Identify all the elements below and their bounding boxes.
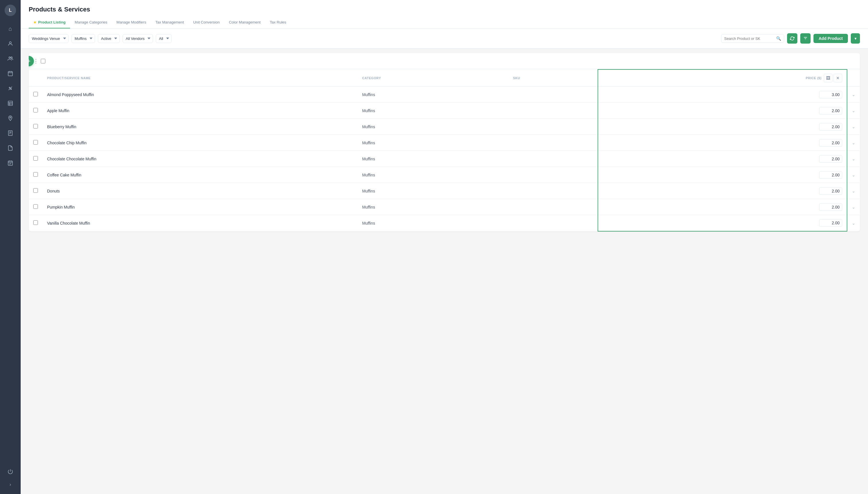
venue-filter[interactable]: Weddings Venue (29, 34, 69, 43)
sidebar-item-users[interactable] (3, 37, 17, 51)
price-input[interactable] (819, 203, 842, 211)
row-product-name: Vanilla Chocolate Muffin (42, 215, 358, 231)
row-chevron-icon[interactable]: ⌄ (852, 221, 855, 226)
row-product-name: Chocolate Chip Muffin (42, 135, 358, 151)
row-expand[interactable]: ⌄ (847, 87, 860, 103)
row-category: Muffins (358, 87, 509, 103)
row-checkbox[interactable] (33, 108, 38, 112)
tab-tax-management[interactable]: Tax Management (151, 18, 189, 28)
filter-button[interactable] (800, 33, 811, 44)
row-category: Muffins (358, 119, 509, 135)
category-filter[interactable]: Muffins (72, 34, 95, 43)
table-row: Pumpkin Muffin Muffins ⌄ (29, 199, 860, 215)
table-body: Almond Poppyseed Muffin Muffins ⌄ Apple … (29, 87, 860, 231)
price-input[interactable] (819, 91, 842, 98)
sidebar-item-schedule[interactable] (3, 156, 17, 170)
tab-manage-categories[interactable]: Manage Categories (70, 18, 112, 28)
sidebar-item-calendar[interactable] (3, 66, 17, 80)
row-category: Muffins (358, 103, 509, 119)
row-chevron-icon[interactable]: ⌄ (852, 125, 855, 129)
row-chevron-icon[interactable]: ⌄ (852, 109, 855, 113)
row-product-name: Pumpkin Muffin (42, 199, 358, 215)
row-chevron-icon[interactable]: ⌄ (852, 173, 855, 177)
row-expand[interactable]: ⌄ (847, 199, 860, 215)
tab-color-management[interactable]: Color Management (224, 18, 265, 28)
row-price (598, 87, 847, 103)
table-row: Blueberry Muffin Muffins ⌄ (29, 119, 860, 135)
row-sku (509, 167, 598, 183)
price-image-button[interactable]: 🖼 (824, 74, 832, 82)
status-filter[interactable]: Active (98, 34, 120, 43)
price-input[interactable] (819, 107, 842, 114)
sidebar-item-location[interactable] (3, 111, 17, 125)
row-checkbox[interactable] (33, 220, 38, 225)
filters-bar: Weddings Venue Muffins Active All Vendor… (21, 29, 868, 49)
row-checkbox[interactable] (33, 140, 38, 145)
refresh-button[interactable] (787, 33, 797, 44)
row-expand[interactable]: ⌄ (847, 183, 860, 199)
row-checkbox[interactable] (33, 172, 38, 177)
sidebar-expand-icon[interactable]: › (7, 480, 13, 489)
row-expand[interactable]: ⌄ (847, 119, 860, 135)
sidebar-item-reports[interactable] (3, 96, 17, 110)
row-price (598, 215, 847, 231)
row-chevron-icon[interactable]: ⌄ (852, 92, 855, 97)
select-all-checkbox[interactable] (41, 59, 45, 63)
row-price (598, 103, 847, 119)
price-input[interactable] (819, 171, 842, 179)
table-row: Donuts Muffins ⌄ (29, 183, 860, 199)
row-expand[interactable]: ⌄ (847, 167, 860, 183)
table-row: Apple Muffin Muffins ⌄ (29, 103, 860, 119)
tab-tax-rules[interactable]: Tax Rules (265, 18, 291, 28)
sidebar-item-home[interactable]: ⌂ (3, 22, 17, 36)
vendor-filter[interactable]: All Vendors (123, 34, 153, 43)
row-checkbox[interactable] (33, 204, 38, 209)
row-chevron-icon[interactable]: ⌄ (852, 140, 855, 145)
row-sku (509, 151, 598, 167)
row-checkbox[interactable] (33, 188, 38, 193)
row-expand[interactable]: ⌄ (847, 215, 860, 231)
row-sku (509, 183, 598, 199)
row-sku (509, 103, 598, 119)
row-expand[interactable]: ⌄ (847, 135, 860, 151)
header-sku: SKU (509, 70, 598, 87)
tab-unit-conversion[interactable]: Unit Conversion (189, 18, 224, 28)
row-checkbox[interactable] (33, 92, 38, 96)
row-chevron-icon[interactable]: ⌄ (852, 157, 855, 161)
sidebar-item-discount[interactable] (3, 81, 17, 95)
add-product-dropdown-button[interactable]: ▾ (851, 33, 860, 44)
table-row: Coffee Cake Muffin Muffins ⌄ (29, 167, 860, 183)
svg-point-0 (10, 42, 12, 44)
row-checkbox[interactable] (33, 124, 38, 129)
row-sku (509, 119, 598, 135)
sidebar-item-invoice[interactable] (3, 126, 17, 140)
row-expand[interactable]: ⌄ (847, 103, 860, 119)
tab-manage-modifiers[interactable]: Manage Modifiers (112, 18, 151, 28)
type-filter[interactable]: All (156, 34, 172, 43)
row-chevron-icon[interactable]: ⌄ (852, 205, 855, 209)
price-input[interactable] (819, 219, 842, 227)
row-chevron-icon[interactable]: ⌄ (852, 189, 855, 193)
price-close-button[interactable]: ✕ (834, 74, 842, 82)
sidebar-item-team[interactable] (3, 52, 17, 65)
price-input[interactable] (819, 139, 842, 147)
row-expand[interactable]: ⌄ (847, 151, 860, 167)
row-checkbox-cell (29, 199, 42, 215)
price-input[interactable] (819, 155, 842, 163)
sidebar-item-document[interactable] (3, 141, 17, 155)
price-input[interactable] (819, 123, 842, 131)
price-input[interactable] (819, 187, 842, 195)
float-add-button[interactable]: + (29, 56, 34, 66)
dots-menu[interactable]: ⋮ (33, 58, 38, 64)
user-avatar[interactable]: L (5, 5, 16, 16)
add-product-button[interactable]: Add Product (813, 34, 848, 43)
row-category: Muffins (358, 199, 509, 215)
search-input[interactable] (724, 36, 774, 41)
svg-point-1 (9, 57, 10, 58)
sidebar-item-power[interactable] (3, 465, 17, 478)
row-checkbox[interactable] (33, 156, 38, 160)
row-category: Muffins (358, 167, 509, 183)
tab-product-listing[interactable]: ★ Product Listing (29, 18, 70, 28)
page-header: Products & Services ★ Product Listing Ma… (21, 0, 868, 29)
header-category: CATEGORY (358, 70, 509, 87)
